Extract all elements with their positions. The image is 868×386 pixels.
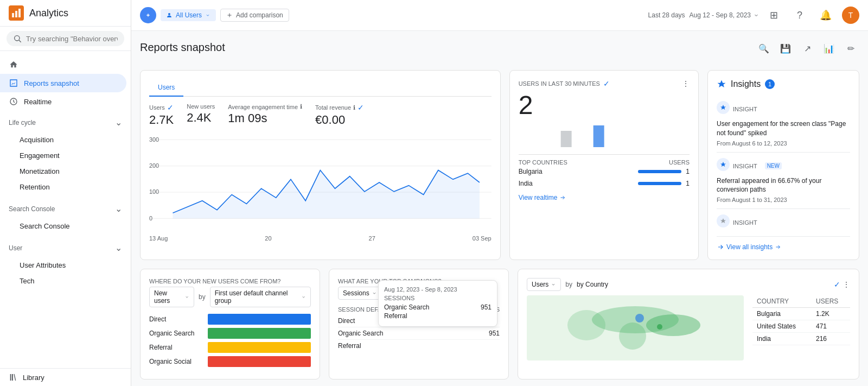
campaign-row-1: Organic Search 951	[338, 327, 500, 340]
realtime-more[interactable]: ⋮	[682, 79, 690, 88]
user-section-header[interactable]: User ⌄	[0, 238, 131, 257]
users-col-header: USERS	[812, 295, 850, 308]
searchconsole-header[interactable]: Search Console ⌄	[0, 199, 131, 218]
sidebar-item-userattributes[interactable]: User Attributes	[0, 257, 131, 273]
country-by-label: by	[565, 281, 572, 288]
allusers-label: All Users	[176, 11, 202, 19]
share-toolbar-btn[interactable]: ↗	[799, 40, 816, 57]
metric-newusers-value: 2.4K	[187, 111, 215, 125]
date-range-value[interactable]: Aug 12 - Sep 8, 2023	[690, 11, 760, 19]
chart-svg: 300 200 100 0	[149, 134, 492, 231]
progress-1	[638, 182, 681, 185]
mini-chart-svg	[519, 123, 690, 150]
insight-item-0: INSIGHT User engagement for the screen c…	[717, 96, 850, 153]
edit-toolbar-btn[interactable]: ✏	[842, 40, 859, 57]
country-row-2: India 216	[752, 333, 850, 345]
user-avatar[interactable]: T	[842, 7, 859, 24]
search-input[interactable]	[26, 35, 118, 43]
search-box[interactable]	[7, 31, 124, 46]
bar-organic: Organic Search	[149, 328, 311, 339]
save-toolbar-btn[interactable]: 💾	[777, 40, 794, 57]
svg-point-24	[567, 310, 605, 340]
metric-revenue-label: Total revenue ℹ ✓	[315, 103, 364, 112]
view-realtime-link[interactable]: View realtime	[519, 194, 690, 201]
engagement-label: Engagement	[20, 151, 60, 160]
insights-toolbar-btn[interactable]: 📊	[820, 40, 838, 57]
nav-section-searchconsole: Search Console ⌄ Search Console	[0, 197, 131, 236]
insight-text-0: User engagement for the screen class "Pa…	[717, 119, 850, 138]
tab-users[interactable]: Users	[149, 79, 183, 97]
sidebar-item-realtime[interactable]: Realtime	[0, 92, 126, 111]
progress-0	[638, 170, 681, 173]
campaign-row-2: Referral	[338, 340, 500, 352]
insights-title: Insights	[731, 79, 761, 89]
sidebar-item-home[interactable]	[0, 55, 126, 74]
sidebar-item-searchconsole[interactable]: Search Console	[0, 218, 131, 234]
country-0: Bulgaria	[752, 308, 812, 320]
allusers-icon	[166, 12, 173, 18]
sidebar-item-reports[interactable]: Reports snapshot	[0, 74, 126, 92]
insight-icon-1	[717, 158, 730, 171]
insight-type-0: INSIGHT	[733, 106, 757, 112]
sidebar-nav: Reports snapshot Realtime Life cycle ⌄ A…	[0, 51, 131, 368]
search-toolbar-btn[interactable]: 🔍	[755, 40, 773, 57]
campaigns-card: WHAT ARE YOUR TOP CAMPAIGNS? Sessions by…	[329, 269, 509, 379]
metric-users-label: Users ✓	[149, 103, 174, 112]
metric-engagement-value: 1m 09s	[228, 111, 302, 125]
sidebar-item-acquisition[interactable]: Acquisition	[0, 132, 131, 148]
view-all-insights-link[interactable]: View all insights	[717, 243, 850, 251]
sessions-select[interactable]: Sessions	[338, 287, 382, 300]
sidebar-item-tech[interactable]: Tech	[0, 273, 131, 289]
sidebar-item-monetization[interactable]: Monetization	[0, 163, 131, 179]
chart-area: 300 200 100 0 13 Aug 20 27 03 Sep	[149, 134, 492, 231]
channel-select[interactable]: First user default channel group	[210, 287, 311, 307]
bar-direct: Direct	[149, 314, 311, 325]
insight-text-1: Referral appeared in 66.67% of your conv…	[717, 176, 850, 195]
arrow-right-icon	[559, 194, 566, 201]
country-2: India	[752, 333, 812, 345]
insights-arrow-icon	[717, 243, 724, 251]
searchconsole-header-label: Search Console	[9, 205, 55, 213]
insight-type-1: INSIGHT	[733, 163, 757, 169]
svg-text:300: 300	[149, 136, 159, 142]
chart-label-2: 20	[265, 235, 271, 242]
apps-btn[interactable]: ⊞	[764, 5, 783, 25]
metric-users-value: 2.7K	[149, 113, 174, 127]
search-icon	[13, 34, 22, 43]
sidebar-item-retention[interactable]: Retention	[0, 179, 131, 195]
sidebar-library[interactable]: Library	[0, 368, 131, 386]
tooltip-organic: Organic Search 951	[384, 303, 492, 311]
insights-count: 1	[765, 79, 775, 89]
retention-label: Retention	[20, 183, 50, 191]
add-comparison-btn[interactable]: Add comparison	[220, 9, 289, 22]
country-name-0: Bulgaria	[519, 168, 542, 175]
notifications-btn[interactable]: 🔔	[816, 5, 835, 25]
bar-fill-referral	[208, 342, 311, 353]
users-2: 216	[812, 333, 850, 345]
lifecycle-header[interactable]: Life cycle ⌄	[0, 113, 131, 132]
users-country-select[interactable]: Users	[527, 278, 561, 291]
help-btn[interactable]: ?	[790, 5, 809, 25]
country-more[interactable]: ⋮	[843, 280, 850, 289]
nav-section-lifecycle: Life cycle ⌄ Acquisition Engagement Mone…	[0, 111, 131, 197]
new-users-select[interactable]: New users	[149, 287, 194, 307]
insights-card: Insights 1 INSIGHT User engagement for t…	[707, 70, 859, 260]
metric-engagement: Average engagement time ℹ 1m 09s	[228, 103, 302, 127]
bar-social: Organic Social	[149, 356, 311, 367]
main-content: All Users Add comparison Last 28 days Au…	[131, 0, 868, 386]
topbar-logo	[140, 7, 156, 23]
engagement-info-icon: ℹ	[300, 103, 302, 110]
insight-item-2: INSIGHT	[717, 209, 850, 237]
top-cards-row: Users Users ✓ 2.7K New users 2.4K	[140, 70, 859, 260]
svg-rect-1	[15, 11, 17, 17]
metric-revenue-value: €0.00	[315, 113, 364, 127]
topbar-left: All Users Add comparison	[140, 7, 289, 23]
sidebar-item-engagement[interactable]: Engagement	[0, 148, 131, 163]
sidebar-realtime-label: Realtime	[24, 98, 52, 106]
insight-star-2	[720, 218, 726, 224]
library-label: Library	[23, 374, 44, 382]
users-check: ✓	[167, 103, 174, 112]
topbar-allusers-badge[interactable]: All Users	[161, 9, 216, 21]
metric-tabs: Users	[149, 79, 492, 97]
userattributes-label: User Attributes	[20, 261, 66, 269]
